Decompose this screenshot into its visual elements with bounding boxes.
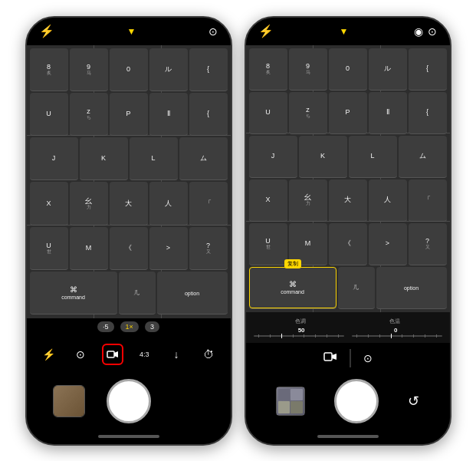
kb-key: 大 [110,182,148,225]
kb-key: U [249,92,287,134]
phone-2-screen: ⚡ ▼ ◉ ⊙ [246,18,450,444]
kb-key: ル [369,48,407,91]
kb-row-6: ⌘ command ㄦ option [30,272,228,314]
kb-key: 9马 [70,48,108,91]
kb-key: L [349,136,397,178]
zoom-1x[interactable]: 1× [120,321,139,332]
kb-row-2-1: 8炙 9马 0 ル { [249,48,447,91]
flash-icon-1[interactable]: ⚡ [39,24,54,38]
zoom-05[interactable]: ·5 [97,321,114,332]
kb-key: Ⅱ [369,92,407,134]
kb-key: 9马 [289,48,327,91]
flash-control[interactable]: ⚡ [38,344,59,365]
livephoto-icon-1[interactable]: ⊙ [208,25,218,38]
macro-control[interactable]: ⊙ [70,344,91,365]
svg-rect-2 [324,353,332,361]
temp-slider[interactable] [352,335,442,337]
home-indicator-2 [246,429,450,444]
kb-key: J [30,137,78,180]
photo-thumbnail-2[interactable] [276,387,305,416]
kb-key: zち [289,92,327,134]
kb-key: 人 [149,182,188,225]
tone-value: 50 [298,327,305,334]
kb-key: U世 [249,223,287,265]
kb-key: 「 [409,179,447,222]
svg-rect-0 [107,351,114,357]
kb-key: K [80,137,128,180]
video-control-highlighted[interactable] [102,344,123,365]
kb-row-2-3: J K L ム [249,136,447,178]
kb-key: U [30,93,68,136]
kb-key: > [369,223,407,265]
kb-key: ル [149,48,188,91]
camera-top-bar-1: ⚡ ▼ ⊙ [27,18,231,45]
adjust-labels: 色调 色温 [254,318,442,325]
color-adjust-bar: 色调 色温 50 0 [246,312,450,343]
option-key-2: option [376,267,447,309]
phone-1-screen: ⚡ ▼ ⊙ 8炙 9马 [27,18,231,444]
download-control[interactable]: ↓ [166,344,187,365]
kb-key: M [70,227,108,270]
temp-label: 色温 [389,318,400,325]
kb-key: 大 [329,179,367,222]
phones-container: ⚡ ▼ ⊙ 8炙 9马 [18,8,459,453]
kb-key: U世 [30,227,68,270]
keyboard-image-2: 8炙 9马 0 ル { U zち P Ⅱ { J [246,45,450,312]
copy-badge: 复制 [284,259,301,268]
kb-key: ㄦ [338,267,375,309]
kb-key: > [149,227,188,270]
phone-1: ⚡ ▼ ⊙ 8炙 9马 [25,16,232,446]
temp-value: 0 [394,327,397,334]
keyboard-image-1: 8炙 9马 0 ル { U zち P Ⅱ { J [27,45,231,318]
home-indicator-1 [27,429,231,444]
kb-row-2-6: ⌘ command 复制 ㄦ option [249,267,447,309]
settings-mode-icon[interactable]: ⊙ [363,352,373,364]
svg-marker-3 [332,354,336,360]
zoom-3x[interactable]: 3 [145,321,159,332]
kb-row-4: X 幺力 大 人 「 [30,182,228,225]
kb-key: { [189,48,228,91]
kb-key: 「 [189,182,228,225]
kb-key: 0 [110,48,148,91]
kb-key: ㄦ [119,272,156,314]
viewfinder-1: 8炙 9马 0 ル { U zち P Ⅱ { J [27,45,231,318]
photo-thumbnail-1[interactable] [53,385,85,417]
shutter-button-2[interactable] [334,379,379,423]
kb-key: Ⅱ [149,93,188,136]
camera-top-bar-2: ⚡ ▼ ◉ ⊙ [246,18,450,45]
phone-2: ⚡ ▼ ◉ ⊙ [245,16,451,446]
shutter-button-1[interactable] [107,379,151,423]
kb-key: ム [179,137,228,180]
kb-row-5: U世 M 《 > ?又 [30,227,228,270]
command-key-2: ⌘ command 复制 [249,267,336,309]
kb-key: { [409,92,447,134]
kb-row-3: J K L ム [30,137,228,180]
livephoto-icon-2a[interactable]: ◉ [414,25,423,38]
kb-key: ?又 [189,227,228,270]
timer-control[interactable]: ⏱ [198,344,219,365]
shutter-area-1 [27,374,231,429]
flash-icon-2[interactable]: ⚡ [258,24,274,38]
tone-slider[interactable] [254,335,344,337]
kb-key: K [299,136,347,178]
kb-key: { [409,48,447,91]
option-key: option [157,272,228,314]
chevron-icon-1[interactable]: ▼ [127,26,136,37]
home-bar-1 [98,435,159,438]
livephoto-icon-2b[interactable]: ⊙ [428,25,437,38]
kb-row-2-5: U世 M 《 > ?又 [249,223,447,265]
zoom-bar-1: ·5 1× 3 [27,318,231,335]
kb-key: 8炙 [30,48,68,91]
kb-key: 8炙 [249,48,287,91]
kb-key: { [189,93,228,136]
kb-key: 幺力 [289,179,327,222]
video-mode-icon[interactable] [323,350,337,366]
phone2-mode-controls: ⊙ [246,343,450,374]
flip-camera-icon[interactable]: ↺ [408,393,419,410]
chevron-icon-2[interactable]: ▼ [340,26,349,37]
kb-key: 0 [329,48,367,91]
ratio-control[interactable]: 4:3 [133,344,155,365]
home-bar-2 [317,435,379,438]
kb-key: P [110,93,148,136]
spacer-1 [172,385,205,417]
